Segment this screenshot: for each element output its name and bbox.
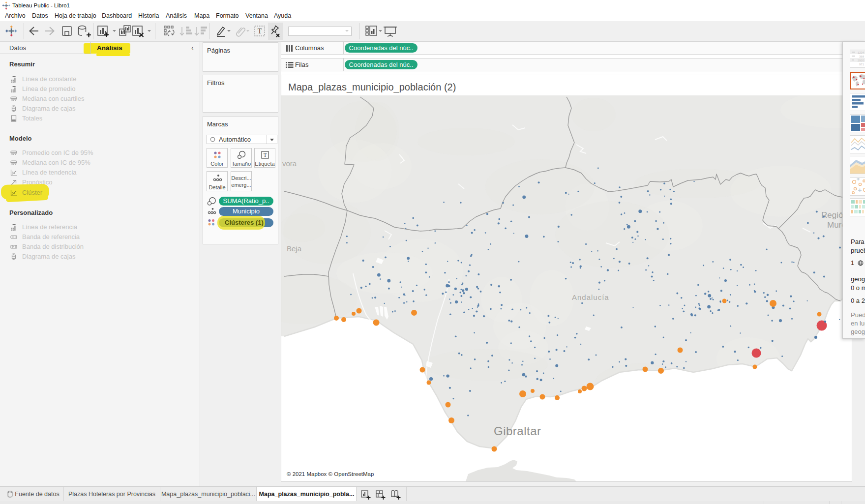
svg-text:T: T xyxy=(258,28,262,35)
svg-text:1234: 1234 xyxy=(858,51,865,54)
svg-text:© 2021 Mapbox © OpenStreetMap: © 2021 Mapbox © OpenStreetMap xyxy=(287,471,374,477)
svg-text:T: T xyxy=(264,152,267,158)
svg-text:2920: 2920 xyxy=(858,59,865,62)
svg-text:Beja: Beja xyxy=(287,244,302,253)
svg-text:971: 971 xyxy=(859,63,865,66)
svg-text:vora: vora xyxy=(282,159,297,168)
svg-text:368: 368 xyxy=(859,55,865,58)
svg-text:Gibraltar: Gibraltar xyxy=(494,424,541,438)
svg-text:Andalucía: Andalucía xyxy=(572,293,609,301)
